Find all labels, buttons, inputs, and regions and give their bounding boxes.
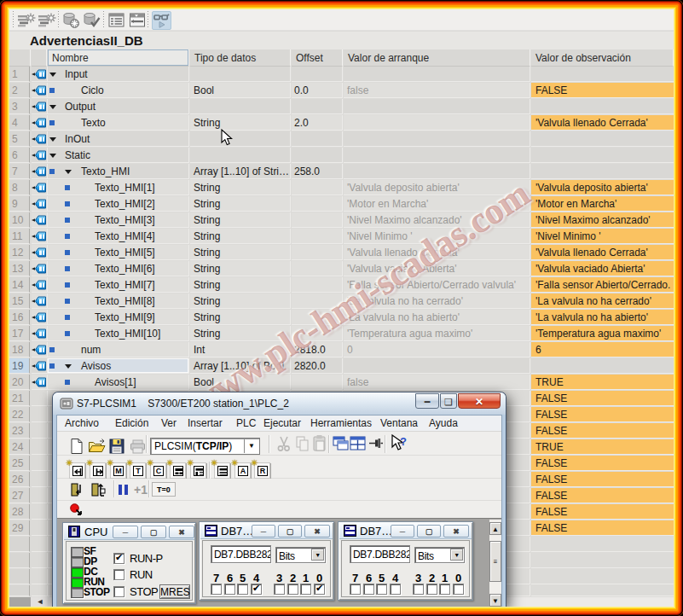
svg-text:?: ? bbox=[400, 435, 407, 448]
